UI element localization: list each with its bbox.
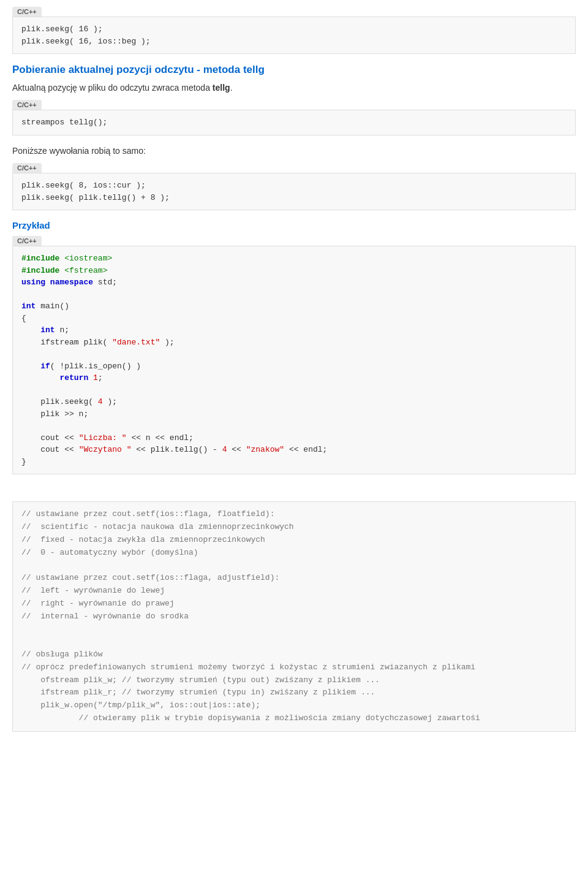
lang-badge-2: C/C++: [12, 100, 42, 110]
tellg-intro: Aktualną pozycję w pliku do odczytu zwra…: [12, 81, 576, 94]
lang-badge-4: C/C++: [12, 236, 42, 246]
example-code-block: #include <iostream> #include <fstream> u…: [12, 246, 576, 474]
seekg-code-block: plik.seekg( 16 ); plik.seekg( 16, ios::b…: [12, 17, 576, 54]
tellg-code-wrapper: C/C++ streampos tellg();: [12, 99, 576, 135]
tellg-code-block: streampos tellg();: [12, 110, 576, 135]
same-calls-text: Poniższe wywołania robią to samo:: [12, 144, 576, 158]
seekg-tellg-code-wrapper: C/C++ plik.seekg( 8, ios::cur ); plik.se…: [12, 162, 576, 210]
page-content: C/C++ plik.seekg( 16 ); plik.seekg( 16, …: [0, 0, 588, 744]
example-label: Przykład: [12, 220, 576, 230]
spacer: [12, 483, 576, 501]
lang-badge-1: C/C++: [12, 7, 42, 17]
comments-block: // ustawiane przez cout.setf(ios::flaga,…: [12, 501, 576, 732]
seekg-code-wrapper: C/C++ plik.seekg( 16 ); plik.seekg( 16, …: [12, 6, 576, 54]
seekg-tellg-code-block: plik.seekg( 8, ios::cur ); plik.seekg( p…: [12, 173, 576, 210]
lang-badge-3: C/C++: [12, 163, 42, 173]
example-code-wrapper: C/C++ #include <iostream> #include <fstr…: [12, 235, 576, 474]
tellg-section-title: Pobieranie aktualnej pozycji odczytu - m…: [12, 64, 576, 76]
